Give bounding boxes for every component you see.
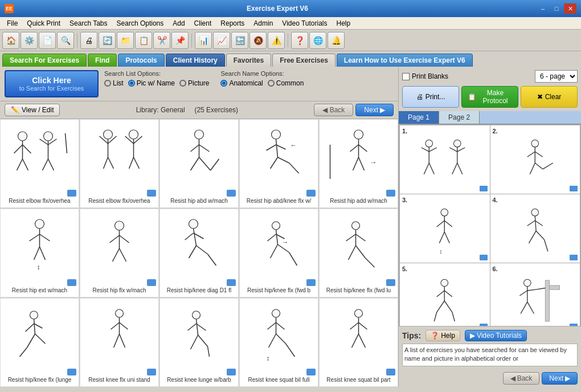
exercise-card-9[interactable]: Resist hip/knee flx (fwd lu: [319, 209, 398, 297]
protocol-slot-6[interactable]: 6.: [490, 263, 580, 326]
exercise-card-2[interactable]: Resist hip abd w/mach: [159, 119, 239, 208]
tab-find[interactable]: Find: [88, 54, 117, 67]
tab-client-history[interactable]: Client History: [166, 54, 225, 67]
radio-list-btn[interactable]: [104, 80, 111, 87]
radio-common-btn[interactable]: [268, 80, 275, 87]
tab-learn[interactable]: Learn How to Use Exercise Expert V6: [337, 54, 473, 67]
svg-line-29: [191, 157, 199, 170]
exercise-card-4[interactable]: → Resist hip add w/mach: [319, 119, 398, 208]
menu-item-quick-print[interactable]: Quick Print: [22, 18, 65, 28]
search-name-radio-group: Anatomical Common: [220, 79, 304, 87]
toolbar-btn-10[interactable]: 📊: [195, 32, 212, 49]
protocol-slot-1[interactable]: 1.: [400, 125, 490, 194]
svg-line-128: [457, 163, 463, 174]
svg-line-93: [120, 322, 128, 329]
svg-line-4: [17, 159, 23, 170]
search-name-options: Search Name Options: Anatomical Common: [220, 70, 304, 87]
page-tab-1[interactable]: Page 1: [399, 111, 439, 124]
toolbar-btn-6[interactable]: 📁: [117, 32, 134, 49]
exercise-card-10[interactable]: Resist hip/knee flx (lunge: [0, 298, 79, 387]
menu-item-add[interactable]: Add: [168, 18, 189, 28]
toolbar-btn-16[interactable]: 🌐: [309, 32, 326, 49]
maximize-button[interactable]: □: [550, 3, 563, 14]
toolbar-btn-11[interactable]: 📈: [213, 32, 230, 49]
print-blanks-checkbox[interactable]: [402, 73, 410, 80]
menu-item-search-options[interactable]: Search Options: [112, 18, 169, 28]
page-tabs: Page 1 Page 2: [399, 111, 581, 124]
menu-item-reports[interactable]: Reports: [216, 18, 249, 28]
menu-item-video-tutorials[interactable]: Video Tutorials: [277, 18, 332, 28]
exercise-card-13[interactable]: ↕ Resist knee squat bil full: [239, 298, 318, 387]
protocol-slot-4[interactable]: 4.: [490, 194, 580, 263]
exercise-card-1[interactable]: Resist elbow flx/overhea: [80, 119, 159, 208]
toolbar-btn-7[interactable]: 📋: [135, 32, 152, 49]
right-panel: Print Blanks 6 - page 3 - page 1 - page …: [399, 67, 581, 387]
window-controls[interactable]: – □ ✕: [537, 3, 576, 14]
bottom-back-button[interactable]: ◀ Back: [503, 372, 540, 385]
close-button[interactable]: ✕: [564, 3, 576, 14]
radio-pic-name-btn[interactable]: [128, 80, 135, 87]
exercise-card-3[interactable]: ← Resist hip abd/knee flx w/: [239, 119, 318, 208]
radio-common[interactable]: Common: [268, 79, 304, 87]
radio-pic-name[interactable]: Pic w/ Name: [128, 79, 175, 87]
help-button[interactable]: ❓ Help: [425, 330, 460, 341]
radio-list[interactable]: List: [104, 79, 124, 87]
toolbar-btn-1[interactable]: ⚙️: [21, 32, 38, 49]
radio-picture[interactable]: Picture: [179, 79, 209, 87]
tab-search[interactable]: Search For Exercises: [2, 54, 87, 67]
next-button[interactable]: Next ▶: [355, 104, 394, 116]
click-here-box[interactable]: Click Here to Search for Exercises: [5, 70, 99, 97]
toolbar-btn-0[interactable]: 🏠: [2, 32, 19, 49]
toolbar-btn-8[interactable]: ✂️: [153, 32, 170, 49]
protocol-img-icon-1: [480, 186, 488, 191]
exercise-card-12[interactable]: Resist knee lunge w/barb: [159, 298, 239, 387]
clear-button[interactable]: ✖ Clear: [521, 86, 578, 108]
make-protocol-button[interactable]: 📋 Make Protocol: [461, 86, 518, 108]
exercise-card-6[interactable]: Resist hip flx w/mach: [80, 209, 159, 297]
toolbar-btn-9[interactable]: 📌: [171, 32, 189, 49]
toolbar-btn-5[interactable]: 🔄: [99, 32, 116, 49]
menu-item-help[interactable]: Help: [332, 18, 355, 28]
menu-item-client[interactable]: Client: [190, 18, 216, 28]
menu-item-admin[interactable]: Admin: [249, 18, 277, 28]
protocol-slot-5[interactable]: 5.: [400, 263, 490, 326]
radio-picture-btn[interactable]: [179, 80, 186, 87]
back-button[interactable]: ◀ Back: [314, 104, 353, 116]
view-edit-button[interactable]: ✏️ View / Edit: [5, 104, 60, 116]
exercise-image-10: [3, 301, 76, 369]
bottom-next-button[interactable]: Next ▶: [542, 372, 578, 385]
svg-line-92: [111, 322, 120, 329]
exercise-card-7[interactable]: Resist hip/knee diag D1 fl: [159, 209, 239, 297]
page-tab-2[interactable]: Page 2: [439, 111, 480, 124]
toolbar-btn-13[interactable]: 🔕: [249, 32, 267, 49]
radio-anatomical[interactable]: Anatomical: [220, 79, 263, 87]
menu-item-search-tabs[interactable]: Search Tabs: [65, 18, 112, 28]
exercise-card-14[interactable]: Resist knee squat bil part: [319, 298, 398, 387]
minimize-button[interactable]: –: [537, 3, 549, 14]
exercise-card-5[interactable]: ↕ Resist hip ext w/mach: [0, 209, 79, 297]
toolbar-btn-17[interactable]: 🔔: [328, 32, 345, 49]
toolbar-btn-3[interactable]: 🔍: [57, 32, 74, 49]
radio-anatomical-btn[interactable]: [220, 80, 227, 87]
tab-favorites[interactable]: Favorites: [226, 54, 271, 67]
exercise-card-11[interactable]: Resist knee flx uni stand: [80, 298, 159, 387]
svg-rect-159: [549, 285, 559, 289]
toolbar-btn-12[interactable]: 🔙: [231, 32, 248, 49]
menu-item-file[interactable]: File: [2, 18, 22, 28]
toolbar-btn-15[interactable]: ❓: [291, 32, 308, 49]
protocol-slot-2[interactable]: 2.: [490, 125, 580, 194]
tab-protocols[interactable]: Protocols: [118, 54, 164, 67]
exercise-label-1: Resist elbow flx/overhea: [83, 197, 156, 205]
print-button[interactable]: 🖨 Print...: [402, 86, 459, 108]
exercise-card-8[interactable]: → Resist hip/knee flx (fwd b: [239, 209, 318, 297]
toolbar-btn-4[interactable]: 🖨: [80, 32, 97, 49]
exercise-card-0[interactable]: Resist elbow flx/overhea: [0, 119, 79, 208]
video-tutorials-button[interactable]: ▶ Video Tutorials: [465, 330, 527, 341]
page-size-select[interactable]: 6 - page 3 - page 1 - page: [535, 70, 578, 83]
toolbar-btn-14[interactable]: ⚠️: [268, 32, 285, 49]
svg-line-67: [208, 254, 216, 266]
toolbar-btn-2[interactable]: 📄: [39, 32, 56, 49]
svg-line-121: [424, 163, 429, 174]
protocol-slot-3[interactable]: 3. ↕: [400, 194, 490, 263]
tab-free-exercises[interactable]: Free Exercises: [272, 54, 335, 67]
